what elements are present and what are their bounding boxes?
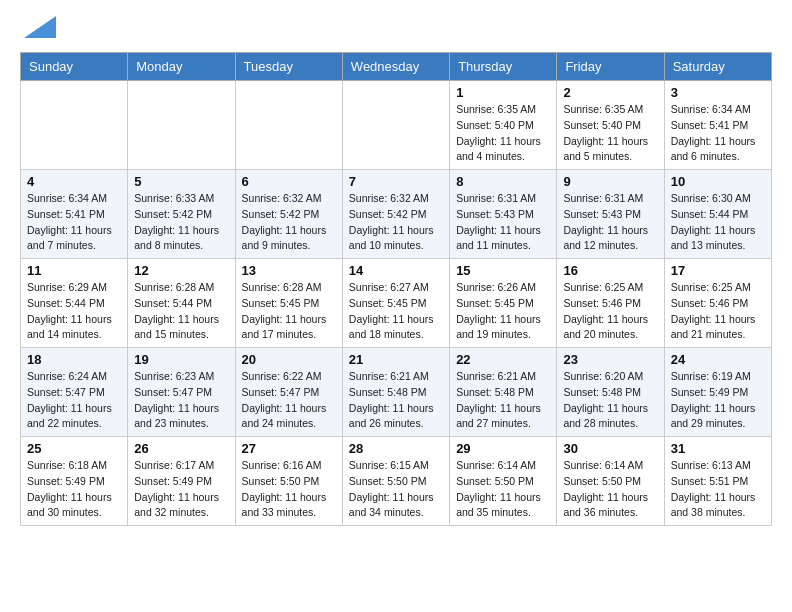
day-info: Sunrise: 6:16 AM Sunset: 5:50 PM Dayligh… bbox=[242, 458, 336, 521]
day-info: Sunrise: 6:34 AM Sunset: 5:41 PM Dayligh… bbox=[27, 191, 121, 254]
calendar-cell: 5Sunrise: 6:33 AM Sunset: 5:42 PM Daylig… bbox=[128, 170, 235, 259]
calendar-cell: 3Sunrise: 6:34 AM Sunset: 5:41 PM Daylig… bbox=[664, 81, 771, 170]
calendar-week-row: 11Sunrise: 6:29 AM Sunset: 5:44 PM Dayli… bbox=[21, 259, 772, 348]
day-info: Sunrise: 6:27 AM Sunset: 5:45 PM Dayligh… bbox=[349, 280, 443, 343]
day-info: Sunrise: 6:29 AM Sunset: 5:44 PM Dayligh… bbox=[27, 280, 121, 343]
calendar-cell: 16Sunrise: 6:25 AM Sunset: 5:46 PM Dayli… bbox=[557, 259, 664, 348]
day-number: 5 bbox=[134, 174, 228, 189]
day-info: Sunrise: 6:24 AM Sunset: 5:47 PM Dayligh… bbox=[27, 369, 121, 432]
calendar-cell: 18Sunrise: 6:24 AM Sunset: 5:47 PM Dayli… bbox=[21, 348, 128, 437]
day-number: 1 bbox=[456, 85, 550, 100]
day-info: Sunrise: 6:25 AM Sunset: 5:46 PM Dayligh… bbox=[563, 280, 657, 343]
calendar-cell: 6Sunrise: 6:32 AM Sunset: 5:42 PM Daylig… bbox=[235, 170, 342, 259]
calendar-cell: 11Sunrise: 6:29 AM Sunset: 5:44 PM Dayli… bbox=[21, 259, 128, 348]
day-info: Sunrise: 6:23 AM Sunset: 5:47 PM Dayligh… bbox=[134, 369, 228, 432]
logo-icon bbox=[24, 16, 56, 38]
calendar-cell: 24Sunrise: 6:19 AM Sunset: 5:49 PM Dayli… bbox=[664, 348, 771, 437]
day-number: 4 bbox=[27, 174, 121, 189]
calendar-cell: 23Sunrise: 6:20 AM Sunset: 5:48 PM Dayli… bbox=[557, 348, 664, 437]
calendar-cell: 8Sunrise: 6:31 AM Sunset: 5:43 PM Daylig… bbox=[450, 170, 557, 259]
day-number: 3 bbox=[671, 85, 765, 100]
calendar-cell: 27Sunrise: 6:16 AM Sunset: 5:50 PM Dayli… bbox=[235, 437, 342, 526]
calendar-cell: 12Sunrise: 6:28 AM Sunset: 5:44 PM Dayli… bbox=[128, 259, 235, 348]
day-number: 9 bbox=[563, 174, 657, 189]
day-info: Sunrise: 6:21 AM Sunset: 5:48 PM Dayligh… bbox=[349, 369, 443, 432]
day-info: Sunrise: 6:26 AM Sunset: 5:45 PM Dayligh… bbox=[456, 280, 550, 343]
day-info: Sunrise: 6:35 AM Sunset: 5:40 PM Dayligh… bbox=[456, 102, 550, 165]
day-number: 26 bbox=[134, 441, 228, 456]
calendar-cell: 21Sunrise: 6:21 AM Sunset: 5:48 PM Dayli… bbox=[342, 348, 449, 437]
logo bbox=[20, 20, 56, 44]
day-number: 13 bbox=[242, 263, 336, 278]
weekday-header-sunday: Sunday bbox=[21, 53, 128, 81]
day-info: Sunrise: 6:14 AM Sunset: 5:50 PM Dayligh… bbox=[563, 458, 657, 521]
calendar-cell: 7Sunrise: 6:32 AM Sunset: 5:42 PM Daylig… bbox=[342, 170, 449, 259]
calendar-cell: 22Sunrise: 6:21 AM Sunset: 5:48 PM Dayli… bbox=[450, 348, 557, 437]
calendar-cell: 15Sunrise: 6:26 AM Sunset: 5:45 PM Dayli… bbox=[450, 259, 557, 348]
calendar-cell: 25Sunrise: 6:18 AM Sunset: 5:49 PM Dayli… bbox=[21, 437, 128, 526]
calendar-cell: 29Sunrise: 6:14 AM Sunset: 5:50 PM Dayli… bbox=[450, 437, 557, 526]
day-number: 17 bbox=[671, 263, 765, 278]
day-number: 30 bbox=[563, 441, 657, 456]
calendar-week-row: 1Sunrise: 6:35 AM Sunset: 5:40 PM Daylig… bbox=[21, 81, 772, 170]
day-info: Sunrise: 6:18 AM Sunset: 5:49 PM Dayligh… bbox=[27, 458, 121, 521]
calendar-cell: 4Sunrise: 6:34 AM Sunset: 5:41 PM Daylig… bbox=[21, 170, 128, 259]
day-info: Sunrise: 6:31 AM Sunset: 5:43 PM Dayligh… bbox=[456, 191, 550, 254]
day-info: Sunrise: 6:28 AM Sunset: 5:45 PM Dayligh… bbox=[242, 280, 336, 343]
day-info: Sunrise: 6:25 AM Sunset: 5:46 PM Dayligh… bbox=[671, 280, 765, 343]
day-info: Sunrise: 6:32 AM Sunset: 5:42 PM Dayligh… bbox=[242, 191, 336, 254]
day-number: 12 bbox=[134, 263, 228, 278]
calendar-cell bbox=[128, 81, 235, 170]
day-number: 19 bbox=[134, 352, 228, 367]
calendar-cell: 19Sunrise: 6:23 AM Sunset: 5:47 PM Dayli… bbox=[128, 348, 235, 437]
day-info: Sunrise: 6:19 AM Sunset: 5:49 PM Dayligh… bbox=[671, 369, 765, 432]
day-info: Sunrise: 6:32 AM Sunset: 5:42 PM Dayligh… bbox=[349, 191, 443, 254]
day-number: 23 bbox=[563, 352, 657, 367]
day-info: Sunrise: 6:35 AM Sunset: 5:40 PM Dayligh… bbox=[563, 102, 657, 165]
day-number: 2 bbox=[563, 85, 657, 100]
day-number: 16 bbox=[563, 263, 657, 278]
day-info: Sunrise: 6:33 AM Sunset: 5:42 PM Dayligh… bbox=[134, 191, 228, 254]
calendar-cell: 28Sunrise: 6:15 AM Sunset: 5:50 PM Dayli… bbox=[342, 437, 449, 526]
calendar-cell bbox=[235, 81, 342, 170]
day-number: 20 bbox=[242, 352, 336, 367]
page-header bbox=[20, 20, 772, 44]
day-info: Sunrise: 6:13 AM Sunset: 5:51 PM Dayligh… bbox=[671, 458, 765, 521]
day-number: 10 bbox=[671, 174, 765, 189]
day-number: 21 bbox=[349, 352, 443, 367]
calendar-cell: 1Sunrise: 6:35 AM Sunset: 5:40 PM Daylig… bbox=[450, 81, 557, 170]
day-info: Sunrise: 6:17 AM Sunset: 5:49 PM Dayligh… bbox=[134, 458, 228, 521]
day-number: 25 bbox=[27, 441, 121, 456]
day-info: Sunrise: 6:30 AM Sunset: 5:44 PM Dayligh… bbox=[671, 191, 765, 254]
calendar-cell: 31Sunrise: 6:13 AM Sunset: 5:51 PM Dayli… bbox=[664, 437, 771, 526]
calendar-cell: 20Sunrise: 6:22 AM Sunset: 5:47 PM Dayli… bbox=[235, 348, 342, 437]
svg-marker-0 bbox=[24, 16, 56, 38]
day-number: 15 bbox=[456, 263, 550, 278]
weekday-header-monday: Monday bbox=[128, 53, 235, 81]
calendar-cell: 17Sunrise: 6:25 AM Sunset: 5:46 PM Dayli… bbox=[664, 259, 771, 348]
calendar-cell bbox=[21, 81, 128, 170]
day-number: 14 bbox=[349, 263, 443, 278]
day-info: Sunrise: 6:31 AM Sunset: 5:43 PM Dayligh… bbox=[563, 191, 657, 254]
calendar-cell: 30Sunrise: 6:14 AM Sunset: 5:50 PM Dayli… bbox=[557, 437, 664, 526]
day-number: 22 bbox=[456, 352, 550, 367]
day-number: 6 bbox=[242, 174, 336, 189]
day-info: Sunrise: 6:15 AM Sunset: 5:50 PM Dayligh… bbox=[349, 458, 443, 521]
calendar-cell: 10Sunrise: 6:30 AM Sunset: 5:44 PM Dayli… bbox=[664, 170, 771, 259]
day-number: 11 bbox=[27, 263, 121, 278]
weekday-header-tuesday: Tuesday bbox=[235, 53, 342, 81]
day-info: Sunrise: 6:22 AM Sunset: 5:47 PM Dayligh… bbox=[242, 369, 336, 432]
day-info: Sunrise: 6:20 AM Sunset: 5:48 PM Dayligh… bbox=[563, 369, 657, 432]
calendar-cell: 2Sunrise: 6:35 AM Sunset: 5:40 PM Daylig… bbox=[557, 81, 664, 170]
day-number: 28 bbox=[349, 441, 443, 456]
day-number: 29 bbox=[456, 441, 550, 456]
weekday-header-row: SundayMondayTuesdayWednesdayThursdayFrid… bbox=[21, 53, 772, 81]
calendar-cell: 13Sunrise: 6:28 AM Sunset: 5:45 PM Dayli… bbox=[235, 259, 342, 348]
calendar-week-row: 18Sunrise: 6:24 AM Sunset: 5:47 PM Dayli… bbox=[21, 348, 772, 437]
day-number: 18 bbox=[27, 352, 121, 367]
day-number: 24 bbox=[671, 352, 765, 367]
calendar-week-row: 4Sunrise: 6:34 AM Sunset: 5:41 PM Daylig… bbox=[21, 170, 772, 259]
day-number: 7 bbox=[349, 174, 443, 189]
calendar-week-row: 25Sunrise: 6:18 AM Sunset: 5:49 PM Dayli… bbox=[21, 437, 772, 526]
calendar-table: SundayMondayTuesdayWednesdayThursdayFrid… bbox=[20, 52, 772, 526]
